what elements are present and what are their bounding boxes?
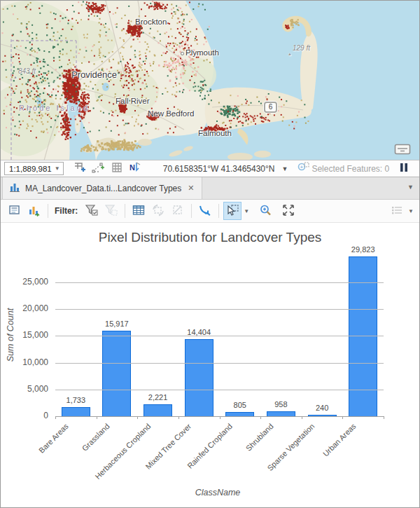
bar-value-label: 29,823 (339, 245, 388, 254)
chevron-down-icon: ▼ (408, 208, 414, 214)
elevation-label-843: ▲843 ft (18, 67, 36, 75)
y-tick-label: 25,000 (5, 277, 48, 287)
y-tick-label: 10,000 (5, 357, 48, 367)
y-tick-label: 20,000 (5, 303, 48, 313)
bar-bare-areas[interactable] (62, 407, 90, 416)
map-label-falmouth: Falmouth (198, 129, 232, 137)
switch-selection-icon (151, 204, 165, 219)
map-overview-button[interactable] (394, 143, 412, 157)
map-label-rhode-island: Rhode Island (19, 104, 90, 112)
x-category-label: Bare Areas (37, 422, 70, 455)
y-tick-label: 5,000 (5, 384, 48, 394)
map-label-plymouth: Plymouth (186, 48, 219, 57)
gridline (55, 363, 384, 364)
full-extent-icon (281, 204, 295, 219)
bar-mixed-tree-cover[interactable] (185, 339, 214, 416)
bar-value-label: 240 (298, 404, 346, 412)
add-vertex-button[interactable] (90, 162, 107, 176)
filter-by-selection-icon (85, 204, 99, 219)
bar-chart-icon (9, 181, 20, 195)
north-arrow-button[interactable]: N (127, 162, 144, 176)
bar-grassland[interactable] (102, 331, 131, 416)
x-tick (137, 416, 138, 419)
x-tick (220, 416, 220, 419)
tab-close-button[interactable]: ✕ (186, 184, 195, 193)
pause-drawing-button[interactable] (398, 162, 410, 176)
filter-by-extent-button[interactable] (102, 202, 120, 220)
x-tick (302, 416, 302, 419)
x-category-label: Urban Areas (321, 422, 357, 458)
bar-value-label: 14,404 (174, 328, 223, 336)
tab-landcover-chart[interactable]: MA_Landcover_Data.ti...Landcover Types ✕ (2, 177, 202, 199)
tab-label: MA_Landcover_Data.ti...Landcover Types (25, 184, 181, 193)
chart-options-button[interactable] (388, 202, 406, 220)
x-tick (342, 416, 343, 419)
filter-by-selection-button[interactable] (83, 202, 101, 220)
x-tick (384, 416, 384, 419)
select-tool-button[interactable] (223, 202, 241, 220)
export-button[interactable] (196, 202, 214, 220)
svg-text:N: N (130, 163, 135, 172)
bar-shrubland[interactable] (267, 411, 295, 416)
chart-title: Pixel Distribution for Landcover Types (1, 230, 419, 245)
pause-icon (399, 163, 409, 174)
x-category-label: Shrubland (244, 422, 275, 453)
zoom-selection-icon: + (296, 161, 310, 176)
export-icon (198, 204, 212, 219)
y-tick-label: 0 (5, 411, 48, 420)
map-label-brockton: Brockton (135, 18, 167, 26)
filter-by-extent-icon (104, 204, 118, 219)
bar-herbaceous-cropland[interactable] (144, 404, 172, 416)
y-tick-label: 15,000 (5, 330, 48, 340)
clear-selection-button[interactable] (169, 202, 187, 220)
show-table-button[interactable] (130, 202, 148, 220)
map-view[interactable]: Brockton Plymouth Providence Fall River … (1, 1, 419, 160)
separator (218, 204, 219, 218)
selected-features-label: Selected Features: 0 (312, 164, 389, 174)
route-6-shield: 6 (264, 102, 277, 113)
scale-value: 1:1,889,981 (5, 165, 52, 173)
coordinates-chevron-button[interactable]: ▼ (282, 165, 288, 172)
x-tick (55, 416, 56, 419)
chevron-down-icon: ▼ (407, 184, 414, 191)
chart-manager-icon (28, 204, 41, 219)
peak-icon: ▲ (13, 75, 18, 79)
x-tick (178, 416, 179, 419)
clear-selection-icon (172, 204, 184, 219)
zoom-in-tool-icon (259, 204, 272, 219)
separator (48, 204, 48, 218)
chart-options-dropdown-button[interactable]: ▼ (407, 208, 415, 214)
zoom-in-tool-button[interactable] (256, 202, 274, 220)
grid-icon (111, 162, 122, 175)
separator (125, 204, 125, 218)
chevron-down-icon: ▼ (282, 165, 288, 172)
view-tab-bar: MA_Landcover_Data.ti...Landcover Types ✕… (1, 177, 419, 200)
tab-list-button[interactable]: ▼ (407, 184, 414, 191)
chevron-down-icon: ▼ (52, 165, 63, 172)
chart-manager-button[interactable] (25, 202, 43, 220)
select-tool-icon (225, 204, 239, 219)
filter-label: Filter: (55, 206, 78, 216)
chart-toolbar: Filter: (1, 200, 419, 223)
scale-combobox[interactable]: 1:1,889,981 ▼ (4, 162, 64, 175)
grid-add-icon (74, 161, 86, 176)
chart-properties-icon (8, 204, 21, 219)
svg-text:+: + (300, 164, 304, 170)
coordinates-readout: 70.6158351°W 41.3465430°N (163, 164, 275, 174)
bar-value-label: 1,733 (51, 396, 100, 404)
gridline (55, 282, 384, 283)
arcgis-window: Brockton Plymouth Providence Fall River … (0, 0, 420, 508)
bar-value-label: 15,917 (92, 320, 141, 328)
chart-properties-button[interactable] (6, 202, 24, 220)
x-tick (260, 416, 261, 419)
grid-button[interactable] (110, 162, 124, 176)
switch-selection-button[interactable] (149, 202, 167, 220)
bar-value-label: 2,221 (134, 393, 183, 401)
north-arrow-icon: N (128, 161, 142, 176)
full-extent-button[interactable] (279, 202, 298, 220)
select-tool-dropdown-button[interactable]: ▼ (242, 208, 251, 214)
elevation-label-129: ▲129 ft (293, 44, 310, 52)
map-label-providence: Providence (71, 69, 117, 80)
add-grid-button[interactable] (72, 162, 88, 176)
x-category-label: Rainfed Cropland (186, 422, 234, 470)
